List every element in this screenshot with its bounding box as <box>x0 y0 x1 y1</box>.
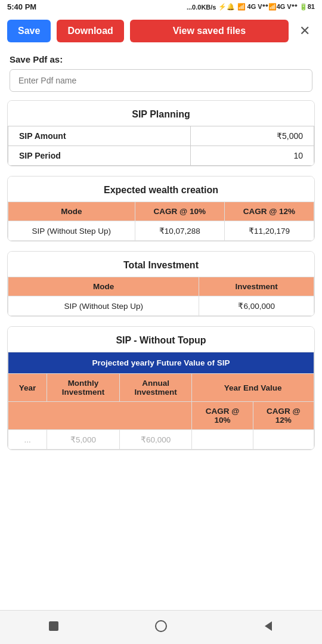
sip-topup-table: Projected yearly Future Value of SIP Yea… <box>8 352 314 450</box>
table-header-row: Mode Investment <box>8 277 314 296</box>
bottom-nav <box>0 610 322 644</box>
investment-value: ₹6,00,000 <box>199 296 314 316</box>
wealth-cagr10: ₹10,07,288 <box>135 221 224 241</box>
status-network: ...0.0KB/s ⚡🔔 📶 4G Vᵒᵒ📶4G Vᵒᵒ 🔋81 <box>187 3 315 11</box>
row-cagr12 <box>253 430 314 450</box>
expected-wealth-card: Expected wealth creation Mode CAGR @ 10%… <box>7 176 315 242</box>
table-subheader-cagr-row: CAGR @10% CAGR @12% <box>8 402 314 430</box>
col-mode: Mode <box>8 277 199 296</box>
investment-mode: SIP (Without Step Up) <box>8 296 199 316</box>
sip-period-label: SIP Period <box>8 146 191 166</box>
sip-topup-title: SIP - Without Topup <box>8 327 314 352</box>
row-year: ... <box>8 430 47 450</box>
content-area: SIP Planning SIP Amount ₹5,000 SIP Perio… <box>0 100 322 507</box>
total-investment-card: Total Investment Mode Investment SIP (Wi… <box>7 251 315 317</box>
table-row: SIP Amount ₹5,000 <box>8 126 314 146</box>
col-annual: AnnualInvestment <box>119 374 192 402</box>
col-cagr10: CAGR @ 10% <box>135 202 224 221</box>
col-monthly: MonthlyInvestment <box>47 374 120 402</box>
wealth-mode: SIP (Without Step Up) <box>8 221 135 241</box>
col-mode: Mode <box>8 202 135 221</box>
col-cagr12: CAGR @ 12% <box>224 202 314 221</box>
save-button[interactable]: Save <box>7 20 51 42</box>
home-icon[interactable] <box>153 618 169 634</box>
total-investment-title: Total Investment <box>8 252 314 277</box>
sip-without-topup-card: SIP - Without Topup Projected yearly Fut… <box>7 326 315 450</box>
col-empty <box>8 402 192 430</box>
save-pdf-label: Save Pdf as: <box>10 54 312 64</box>
table-header-row: Mode CAGR @ 10% CAGR @ 12% <box>8 202 314 221</box>
table-subheader-row: Year MonthlyInvestment AnnualInvestment … <box>8 374 314 402</box>
status-time: 5:40 PM <box>7 2 36 11</box>
col-investment: Investment <box>199 277 314 296</box>
row-monthly: ₹5,000 <box>47 430 120 450</box>
col-year: Year <box>8 374 47 402</box>
expected-wealth-table: Mode CAGR @ 10% CAGR @ 12% SIP (Without … <box>8 202 314 241</box>
sip-amount-value: ₹5,000 <box>190 126 314 146</box>
sip-planning-title: SIP Planning <box>8 101 314 126</box>
table-row: SIP Period 10 <box>8 146 314 166</box>
save-pdf-section: Save Pdf as: <box>0 48 322 100</box>
back-icon[interactable] <box>260 618 277 634</box>
svg-rect-0 <box>49 621 58 631</box>
table-row: SIP (Without Step Up) ₹6,00,000 <box>8 296 314 316</box>
wealth-cagr12: ₹11,20,179 <box>224 221 314 241</box>
toolbar: Save Download View saved files ✕ <box>0 14 322 48</box>
table-row: SIP (Without Step Up) ₹10,07,288 ₹11,20,… <box>8 221 314 241</box>
close-button[interactable]: ✕ <box>295 21 315 41</box>
expected-wealth-title: Expected wealth creation <box>8 177 314 202</box>
pdf-name-input[interactable] <box>10 69 312 92</box>
stop-icon[interactable] <box>45 618 62 634</box>
projected-label: Projected yearly Future Value of SIP <box>8 352 314 374</box>
col-cagr10: CAGR @10% <box>192 402 253 430</box>
sip-period-value: 10 <box>190 146 314 166</box>
col-year-end: Year End Value <box>192 374 314 402</box>
total-investment-table: Mode Investment SIP (Without Step Up) ₹6… <box>8 277 314 316</box>
svg-point-1 <box>156 621 166 631</box>
row-annual: ₹60,000 <box>119 430 192 450</box>
projected-header-row: Projected yearly Future Value of SIP <box>8 352 314 374</box>
view-saved-files-button[interactable]: View saved files <box>130 20 289 42</box>
sip-amount-label: SIP Amount <box>8 126 191 146</box>
svg-marker-2 <box>265 621 272 631</box>
table-row-partial: ... ₹5,000 ₹60,000 <box>8 430 314 450</box>
row-cagr10 <box>192 430 253 450</box>
sip-planning-card: SIP Planning SIP Amount ₹5,000 SIP Perio… <box>7 100 315 166</box>
status-bar: 5:40 PM ...0.0KB/s ⚡🔔 📶 4G Vᵒᵒ📶4G Vᵒᵒ 🔋8… <box>0 0 322 14</box>
download-button[interactable]: Download <box>57 20 123 42</box>
sip-planning-table: SIP Amount ₹5,000 SIP Period 10 <box>8 126 314 166</box>
col-cagr12: CAGR @12% <box>253 402 314 430</box>
